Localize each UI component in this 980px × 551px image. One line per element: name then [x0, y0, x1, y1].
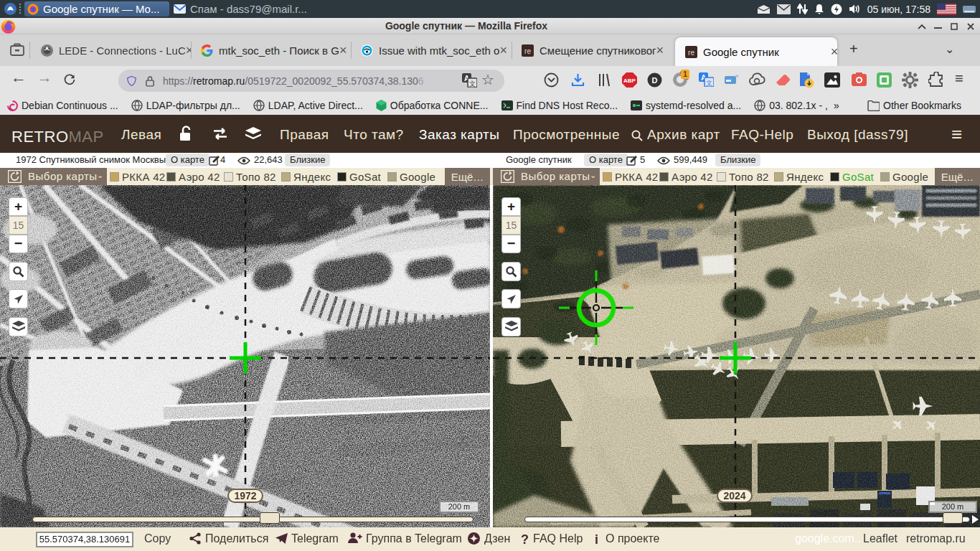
svg-text:文: 文 — [469, 80, 476, 88]
svg-text:文: 文 — [706, 80, 712, 87]
svg-text:re: re — [524, 47, 531, 55]
svg-text:re: re — [688, 48, 694, 56]
svg-text:1: 1 — [683, 70, 687, 78]
svg-text:D: D — [652, 76, 658, 85]
svg-text:ABP: ABP — [623, 77, 636, 84]
